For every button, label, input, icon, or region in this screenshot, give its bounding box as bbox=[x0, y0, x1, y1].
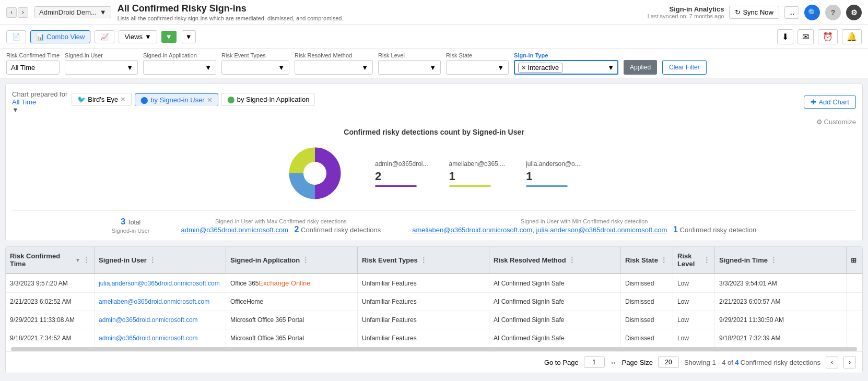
help-button[interactable]: ? bbox=[825, 5, 841, 20]
risk-event-types-filter: Risk Event Types ▼ bbox=[221, 52, 289, 75]
nav-back-button[interactable]: ‹ bbox=[6, 7, 17, 18]
prev-page-button[interactable]: ‹ bbox=[826, 356, 838, 368]
sort-icon[interactable]: ▼ bbox=[75, 257, 80, 263]
schedule-button[interactable]: ⏰ bbox=[818, 29, 838, 44]
showing-count: 4 bbox=[735, 359, 738, 366]
tenant-selector[interactable]: AdminDroid Dem... ▼ bbox=[34, 6, 111, 18]
legend-julia-count: 1 bbox=[526, 170, 582, 183]
settings-button[interactable]: ⚙ bbox=[846, 5, 862, 20]
td-signed-in-application: Office 365 Exchange Online bbox=[226, 274, 358, 292]
risk-level-select[interactable]: ▼ bbox=[378, 60, 441, 75]
chart-icon: 📈 bbox=[100, 33, 109, 41]
risk-resolved-method-select[interactable]: ▼ bbox=[295, 60, 373, 75]
col-menu-icon[interactable]: ⋮ bbox=[302, 256, 309, 264]
chart-icon-button[interactable]: 📈 bbox=[95, 30, 114, 43]
risk-confirmed-time-filter: Risk Confirmed Time All Time bbox=[6, 52, 60, 75]
sign-in-type-select[interactable]: × Interactive ▼ bbox=[514, 60, 618, 75]
th-risk-level-label: Risk Level bbox=[677, 252, 701, 268]
chart-tabs: 🐦 Bird's Eye ✕ ⬤ by Signed-in User ✕ ⬤ b… bbox=[72, 93, 315, 106]
stat-min-count: 1 Confirmed risky detection bbox=[673, 226, 756, 234]
add-chart-button[interactable]: ✚ Add Chart bbox=[804, 96, 856, 109]
page-input[interactable] bbox=[584, 356, 605, 368]
page-subtitle: Lists all the confirmed risky sign-ins w… bbox=[118, 15, 641, 21]
birds-eye-tab[interactable]: 🐦 Bird's Eye ✕ bbox=[72, 93, 132, 106]
tenant-name: AdminDroid Dem... bbox=[39, 8, 97, 16]
td-row-actions bbox=[847, 329, 862, 347]
page-size-input[interactable] bbox=[658, 356, 679, 368]
risk-state-label: Risk State bbox=[446, 52, 509, 58]
td-signed-in-time: 3/3/2023 9:54:01 AM bbox=[715, 274, 847, 292]
chevron-down-icon: ▼ bbox=[497, 64, 504, 72]
table-row: 9/18/2021 7:34:52 AM admin@o365droid.onm… bbox=[6, 329, 862, 347]
filter-dropdown-button[interactable]: ▼ bbox=[182, 30, 196, 43]
chart-stats: 3 Total Signed-in User Signed-in User wi… bbox=[12, 210, 856, 234]
email-button[interactable]: ✉ bbox=[797, 29, 814, 44]
td-signed-in-user[interactable]: admin@o365droid.onmicrosoft.com bbox=[95, 311, 226, 329]
pie-icon: ⬤ bbox=[140, 96, 148, 104]
table-row: 3/3/2023 9:57:20 AM julia.anderson@o365d… bbox=[6, 274, 862, 293]
horizontal-scrollbar[interactable] bbox=[11, 347, 857, 351]
more-options-button[interactable]: ... bbox=[784, 6, 799, 19]
data-table: Risk Confirmed Time ▼ ⋮ Signed-in User ⋮… bbox=[5, 246, 863, 373]
col-menu-icon[interactable]: ⋮ bbox=[568, 256, 576, 264]
stat-max-link[interactable]: admin@o365droid.onmicrosoft.com bbox=[181, 226, 288, 234]
next-page-button[interactable]: › bbox=[843, 356, 856, 368]
clear-filter-button[interactable]: Clear Filter bbox=[662, 60, 707, 75]
close-icon[interactable]: ✕ bbox=[207, 96, 213, 104]
td-risk-confirmed-time: 9/18/2021 7:34:52 AM bbox=[6, 329, 95, 347]
all-time-link[interactable]: All Time bbox=[12, 98, 67, 106]
sync-now-button[interactable]: ↻ Sync Now bbox=[729, 6, 779, 19]
col-menu-icon[interactable]: ⋮ bbox=[660, 256, 667, 264]
applied-button[interactable]: Applied bbox=[624, 60, 657, 75]
th-signed-in-user: Signed-in User ⋮ bbox=[95, 247, 226, 273]
sign-in-type-filter: Sign-in Type × Interactive ▼ bbox=[514, 52, 618, 75]
close-icon[interactable]: ✕ bbox=[120, 96, 126, 103]
th-signed-in-time: Signed-in Time ⋮ bbox=[715, 247, 847, 273]
risk-event-types-select[interactable]: ▼ bbox=[221, 60, 289, 75]
document-view-button[interactable]: 📄 bbox=[6, 30, 26, 43]
signed-in-app-select[interactable]: ▼ bbox=[143, 60, 216, 75]
page-title-block: All Confirmed Risky Sign-ins Lists all t… bbox=[118, 3, 641, 21]
risk-state-select[interactable]: ▼ bbox=[446, 60, 509, 75]
risk-confirmed-time-select[interactable]: All Time bbox=[6, 60, 60, 75]
chart-legend: admin@o365droi... 2 ameliaben@o365.... 1… bbox=[375, 160, 582, 187]
combo-view-button[interactable]: 📊 Combo View bbox=[30, 30, 90, 43]
stat-min-link[interactable]: ameliaben@o365droid.onmicrosoft.com, jul… bbox=[412, 226, 667, 234]
nav-forward-button[interactable]: › bbox=[18, 7, 28, 18]
chart-title: Confirmed risky detections count by Sign… bbox=[12, 128, 856, 136]
col-menu-icon[interactable]: ⋮ bbox=[83, 256, 90, 264]
chevron-down-icon: ▼ bbox=[205, 64, 212, 72]
risk-event-types-label: Risk Event Types bbox=[221, 52, 289, 58]
td-risk-state: Dismissed bbox=[621, 311, 673, 329]
filter-button[interactable]: ▼ bbox=[161, 31, 177, 43]
col-menu-icon[interactable]: ⋮ bbox=[149, 256, 156, 264]
filter-icon: ▼ bbox=[166, 33, 172, 41]
col-menu-icon[interactable]: ⋮ bbox=[420, 256, 427, 264]
col-menu-icon[interactable]: ⋮ bbox=[770, 256, 777, 264]
chevron-down-icon: ▼ bbox=[278, 64, 285, 72]
col-menu-icon[interactable]: ⋮ bbox=[703, 256, 710, 264]
by-signed-in-app-tab[interactable]: ⬤ by Signed-in Application bbox=[221, 93, 315, 106]
views-dropdown-button[interactable]: Views ▼ bbox=[119, 30, 157, 43]
td-risk-event-types: Unfamiliar Features bbox=[358, 329, 489, 347]
risk-level-label: Risk Level bbox=[378, 52, 441, 58]
page-arrow: ↔ bbox=[610, 359, 617, 366]
table-row: 9/29/2021 11:33:08 AM admin@o365droid.on… bbox=[6, 311, 862, 329]
download-button[interactable]: ⬇ bbox=[777, 29, 793, 44]
views-label: Views bbox=[124, 33, 142, 41]
td-row-actions bbox=[847, 311, 862, 329]
customize-button[interactable]: ⚙ Customize bbox=[816, 118, 856, 126]
signed-in-user-select[interactable]: ▼ bbox=[65, 60, 138, 75]
td-signed-in-user[interactable]: admin@o365droid.onmicrosoft.com bbox=[95, 329, 226, 347]
notification-button[interactable]: 🔔 bbox=[842, 29, 862, 44]
stat-min: Signed-in User with Min Confirmed risky … bbox=[412, 217, 756, 234]
td-signed-in-user[interactable]: ameliaben@o365droid.onmicrosoft.com bbox=[95, 293, 226, 311]
col-layout-icon[interactable]: ⊞ bbox=[851, 256, 857, 264]
legend-amelia: ameliaben@o365.... 1 bbox=[449, 160, 506, 187]
document-icon: 📄 bbox=[12, 33, 20, 41]
search-button[interactable]: 🔍 bbox=[804, 5, 820, 20]
td-signed-in-user[interactable]: julia.anderson@o365droid.onmicrosoft.com bbox=[95, 274, 226, 292]
sign-in-type-tag[interactable]: × Interactive bbox=[518, 63, 562, 73]
by-signed-in-user-tab[interactable]: ⬤ by Signed-in User ✕ bbox=[135, 93, 218, 106]
chevron-down-icon[interactable]: ▼ bbox=[12, 106, 67, 114]
